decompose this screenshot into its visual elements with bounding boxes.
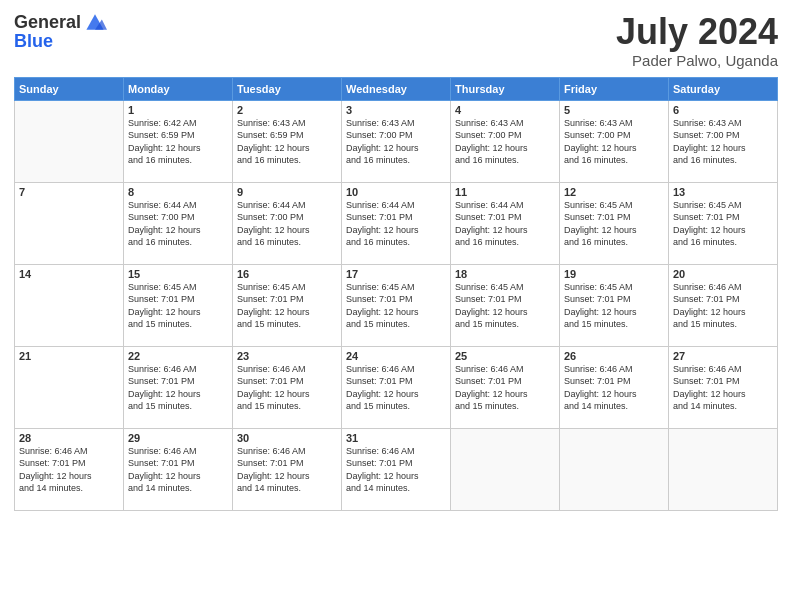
day-cell: 26Sunrise: 6:46 AM Sunset: 7:01 PM Dayli… [560, 346, 669, 428]
day-cell: 11Sunrise: 6:44 AM Sunset: 7:01 PM Dayli… [451, 182, 560, 264]
day-number: 12 [564, 186, 664, 198]
day-info: Sunrise: 6:45 AM Sunset: 7:01 PM Dayligh… [673, 199, 773, 249]
day-number: 7 [19, 186, 119, 198]
day-cell: 6Sunrise: 6:43 AM Sunset: 7:00 PM Daylig… [669, 100, 778, 182]
calendar-title: July 2024 [616, 12, 778, 52]
day-cell: 24Sunrise: 6:46 AM Sunset: 7:01 PM Dayli… [342, 346, 451, 428]
day-number: 4 [455, 104, 555, 116]
day-info: Sunrise: 6:45 AM Sunset: 7:01 PM Dayligh… [346, 281, 446, 331]
day-cell: 7 [15, 182, 124, 264]
day-cell: 8Sunrise: 6:44 AM Sunset: 7:00 PM Daylig… [124, 182, 233, 264]
logo-general: General [14, 13, 81, 31]
day-info: Sunrise: 6:42 AM Sunset: 6:59 PM Dayligh… [128, 117, 228, 167]
day-number: 17 [346, 268, 446, 280]
day-info: Sunrise: 6:46 AM Sunset: 7:01 PM Dayligh… [673, 363, 773, 413]
week-row-4: 2122Sunrise: 6:46 AM Sunset: 7:01 PM Day… [15, 346, 778, 428]
day-cell: 27Sunrise: 6:46 AM Sunset: 7:01 PM Dayli… [669, 346, 778, 428]
day-cell: 2Sunrise: 6:43 AM Sunset: 6:59 PM Daylig… [233, 100, 342, 182]
day-number: 23 [237, 350, 337, 362]
col-wednesday: Wednesday [342, 77, 451, 100]
day-info: Sunrise: 6:46 AM Sunset: 7:01 PM Dayligh… [346, 445, 446, 495]
day-number: 16 [237, 268, 337, 280]
day-cell: 25Sunrise: 6:46 AM Sunset: 7:01 PM Dayli… [451, 346, 560, 428]
day-cell: 21 [15, 346, 124, 428]
day-number: 30 [237, 432, 337, 444]
day-cell: 9Sunrise: 6:44 AM Sunset: 7:00 PM Daylig… [233, 182, 342, 264]
day-info: Sunrise: 6:43 AM Sunset: 6:59 PM Dayligh… [237, 117, 337, 167]
day-number: 28 [19, 432, 119, 444]
calendar-subtitle: Pader Palwo, Uganda [616, 52, 778, 69]
day-number: 31 [346, 432, 446, 444]
day-info: Sunrise: 6:46 AM Sunset: 7:01 PM Dayligh… [128, 363, 228, 413]
day-number: 18 [455, 268, 555, 280]
page: General Blue July 2024 Pader Palwo, Ugan… [0, 0, 792, 612]
day-cell: 4Sunrise: 6:43 AM Sunset: 7:00 PM Daylig… [451, 100, 560, 182]
day-number: 3 [346, 104, 446, 116]
day-number: 24 [346, 350, 446, 362]
day-cell: 14 [15, 264, 124, 346]
day-number: 13 [673, 186, 773, 198]
day-number: 15 [128, 268, 228, 280]
logo: General Blue [14, 12, 107, 50]
day-cell: 23Sunrise: 6:46 AM Sunset: 7:01 PM Dayli… [233, 346, 342, 428]
day-info: Sunrise: 6:45 AM Sunset: 7:01 PM Dayligh… [237, 281, 337, 331]
day-cell: 1Sunrise: 6:42 AM Sunset: 6:59 PM Daylig… [124, 100, 233, 182]
day-info: Sunrise: 6:46 AM Sunset: 7:01 PM Dayligh… [128, 445, 228, 495]
day-info: Sunrise: 6:45 AM Sunset: 7:01 PM Dayligh… [564, 199, 664, 249]
day-cell [560, 428, 669, 510]
day-cell: 18Sunrise: 6:45 AM Sunset: 7:01 PM Dayli… [451, 264, 560, 346]
day-number: 5 [564, 104, 664, 116]
day-cell: 3Sunrise: 6:43 AM Sunset: 7:00 PM Daylig… [342, 100, 451, 182]
day-cell: 10Sunrise: 6:44 AM Sunset: 7:01 PM Dayli… [342, 182, 451, 264]
day-info: Sunrise: 6:46 AM Sunset: 7:01 PM Dayligh… [237, 363, 337, 413]
col-monday: Monday [124, 77, 233, 100]
day-number: 2 [237, 104, 337, 116]
logo-icon [83, 12, 107, 32]
day-info: Sunrise: 6:46 AM Sunset: 7:01 PM Dayligh… [346, 363, 446, 413]
col-thursday: Thursday [451, 77, 560, 100]
week-row-1: 1Sunrise: 6:42 AM Sunset: 6:59 PM Daylig… [15, 100, 778, 182]
header-row: Sunday Monday Tuesday Wednesday Thursday… [15, 77, 778, 100]
day-cell: 20Sunrise: 6:46 AM Sunset: 7:01 PM Dayli… [669, 264, 778, 346]
day-info: Sunrise: 6:45 AM Sunset: 7:01 PM Dayligh… [128, 281, 228, 331]
day-info: Sunrise: 6:45 AM Sunset: 7:01 PM Dayligh… [455, 281, 555, 331]
title-block: July 2024 Pader Palwo, Uganda [616, 12, 778, 69]
day-info: Sunrise: 6:44 AM Sunset: 7:00 PM Dayligh… [237, 199, 337, 249]
day-cell: 16Sunrise: 6:45 AM Sunset: 7:01 PM Dayli… [233, 264, 342, 346]
day-number: 19 [564, 268, 664, 280]
day-cell: 13Sunrise: 6:45 AM Sunset: 7:01 PM Dayli… [669, 182, 778, 264]
week-row-5: 28Sunrise: 6:46 AM Sunset: 7:01 PM Dayli… [15, 428, 778, 510]
col-sunday: Sunday [15, 77, 124, 100]
col-saturday: Saturday [669, 77, 778, 100]
day-number: 6 [673, 104, 773, 116]
day-info: Sunrise: 6:46 AM Sunset: 7:01 PM Dayligh… [455, 363, 555, 413]
day-info: Sunrise: 6:46 AM Sunset: 7:01 PM Dayligh… [19, 445, 119, 495]
day-number: 10 [346, 186, 446, 198]
col-tuesday: Tuesday [233, 77, 342, 100]
day-cell: 22Sunrise: 6:46 AM Sunset: 7:01 PM Dayli… [124, 346, 233, 428]
day-number: 11 [455, 186, 555, 198]
logo-blue: Blue [14, 32, 107, 50]
day-info: Sunrise: 6:44 AM Sunset: 7:01 PM Dayligh… [346, 199, 446, 249]
day-number: 14 [19, 268, 119, 280]
day-number: 9 [237, 186, 337, 198]
day-info: Sunrise: 6:43 AM Sunset: 7:00 PM Dayligh… [455, 117, 555, 167]
col-friday: Friday [560, 77, 669, 100]
day-cell [451, 428, 560, 510]
day-info: Sunrise: 6:46 AM Sunset: 7:01 PM Dayligh… [673, 281, 773, 331]
day-number: 1 [128, 104, 228, 116]
day-number: 21 [19, 350, 119, 362]
day-cell: 15Sunrise: 6:45 AM Sunset: 7:01 PM Dayli… [124, 264, 233, 346]
day-number: 26 [564, 350, 664, 362]
day-cell: 12Sunrise: 6:45 AM Sunset: 7:01 PM Dayli… [560, 182, 669, 264]
day-number: 22 [128, 350, 228, 362]
day-info: Sunrise: 6:43 AM Sunset: 7:00 PM Dayligh… [673, 117, 773, 167]
day-cell: 19Sunrise: 6:45 AM Sunset: 7:01 PM Dayli… [560, 264, 669, 346]
day-cell: 30Sunrise: 6:46 AM Sunset: 7:01 PM Dayli… [233, 428, 342, 510]
week-row-2: 78Sunrise: 6:44 AM Sunset: 7:00 PM Dayli… [15, 182, 778, 264]
day-number: 25 [455, 350, 555, 362]
day-cell: 5Sunrise: 6:43 AM Sunset: 7:00 PM Daylig… [560, 100, 669, 182]
day-number: 8 [128, 186, 228, 198]
day-cell [669, 428, 778, 510]
header: General Blue July 2024 Pader Palwo, Ugan… [14, 12, 778, 69]
